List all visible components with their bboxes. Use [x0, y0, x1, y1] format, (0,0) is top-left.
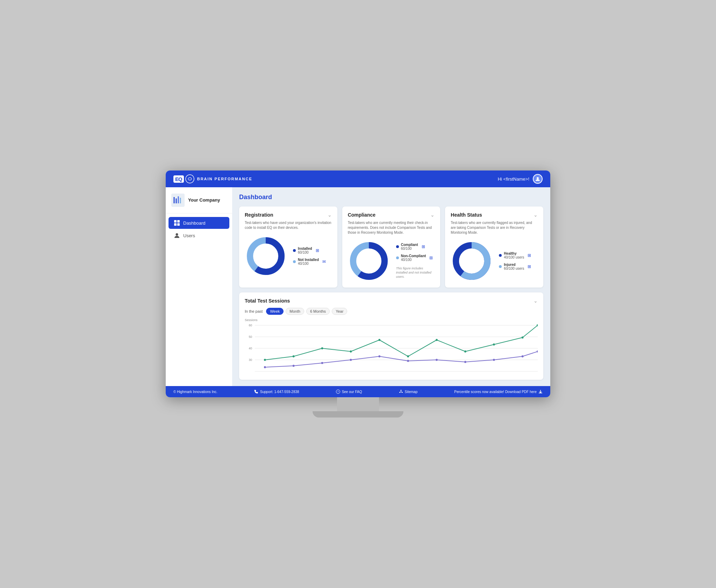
healthy-export-icon[interactable]: ⊞: [528, 253, 531, 258]
sidebar: Your Company Dashboard: [166, 187, 232, 386]
filter-6months[interactable]: 6 Months: [306, 308, 330, 315]
sidebar-item-dashboard[interactable]: Dashboard: [169, 217, 229, 229]
svg-point-36: [522, 336, 524, 339]
injured-export-icon[interactable]: ⊞: [528, 264, 531, 269]
installed-legend: Installed 60/100 ⊞: [293, 247, 326, 254]
svg-point-30: [350, 350, 352, 353]
non-compliant-dot: [396, 256, 399, 259]
non-compliant-value: 40/100: [401, 258, 426, 262]
svg-rect-8: [177, 220, 180, 223]
filter-month[interactable]: Month: [286, 308, 304, 315]
footer-download[interactable]: Percentile scores now available! Downloa…: [454, 390, 543, 394]
page-title: Dashboard: [239, 194, 543, 201]
svg-point-35: [493, 343, 495, 346]
footer-support[interactable]: Support: 1-647-559-2838: [254, 390, 299, 394]
footer-sitemap[interactable]: Sitemap: [399, 390, 418, 394]
injured-dot: [499, 265, 502, 268]
compliance-header: Compliance ⌄: [348, 212, 435, 218]
filter-week[interactable]: Week: [266, 308, 284, 315]
support-text: Support: 1-647-559-2838: [260, 390, 299, 394]
company-name: Your Company: [188, 197, 220, 203]
registration-card: Registration ⌄ Test-takers who have used…: [239, 206, 337, 288]
installed-export-icon[interactable]: ⊞: [316, 248, 319, 253]
not-installed-export-icon[interactable]: ✉: [322, 259, 326, 264]
user-avatar[interactable]: [533, 174, 543, 184]
not-installed-label: Not Installed: [298, 258, 319, 262]
phone-icon: [254, 390, 258, 394]
faq-text: See our FAQ: [342, 390, 362, 394]
health-title: Health Status: [451, 212, 482, 218]
svg-rect-10: [177, 223, 180, 226]
sitemap-icon: [399, 390, 403, 394]
registration-body: Installed 60/100 ⊞ Not Installed: [245, 235, 332, 277]
svg-point-11: [176, 233, 178, 236]
installed-label: Installed: [298, 247, 312, 251]
non-compliant-label: Non-Compliant: [401, 254, 426, 258]
sitemap-text: Sitemap: [405, 390, 418, 394]
sessions-header: Total Test Sessions ⌄: [245, 298, 538, 304]
svg-point-0: [186, 175, 194, 183]
svg-point-47: [522, 355, 524, 357]
svg-point-31: [378, 339, 380, 341]
svg-point-40: [321, 362, 323, 364]
compliance-title: Compliance: [348, 212, 375, 218]
svg-point-32: [407, 355, 409, 357]
compliance-legend: Compliant 60/100 ⊞ Non-Compliant: [396, 243, 435, 279]
healthy-value: 40/100 users: [504, 255, 524, 259]
top-navigation: EQ BRAIN PERFORMANCE Hi <firstName>!: [166, 170, 550, 187]
svg-point-48: [537, 350, 538, 353]
footer-faq[interactable]: ? See our FAQ: [336, 390, 362, 394]
faq-icon: ?: [336, 390, 340, 394]
svg-point-27: [264, 359, 266, 361]
health-desc: Test-takers who are currently flagged as…: [451, 220, 538, 235]
svg-rect-51: [400, 390, 401, 391]
registration-desc: Test-takers who have used your organizat…: [245, 220, 332, 230]
installed-value: 60/100: [298, 251, 312, 254]
compliance-chevron[interactable]: ⌄: [430, 212, 435, 218]
sessions-card: Total Test Sessions ⌄ In the past Week M…: [239, 292, 543, 380]
svg-point-1: [537, 177, 539, 179]
avatar-icon: [535, 176, 540, 182]
footer: © Highmark Innovations Inc. Support: 1-6…: [166, 386, 550, 397]
svg-point-34: [464, 350, 466, 353]
svg-point-33: [436, 339, 438, 341]
content-area: Dashboard Registration ⌄ Test-takers who…: [232, 187, 550, 386]
healthy-legend: Healthy 40/100 users ⊞: [499, 252, 531, 259]
sidebar-item-users[interactable]: Users: [169, 230, 229, 241]
non-compliant-export-icon[interactable]: ⊞: [429, 255, 433, 260]
compliance-donut: [348, 240, 390, 282]
compliant-export-icon[interactable]: ⊞: [422, 244, 425, 249]
sessions-chevron[interactable]: ⌄: [534, 298, 538, 304]
filter-year[interactable]: Year: [332, 308, 347, 315]
dashboard-icon: [174, 220, 180, 226]
sessions-chart: 60 50 40 30: [245, 318, 538, 374]
svg-text:60: 60: [249, 324, 252, 327]
registration-chevron[interactable]: ⌄: [328, 212, 332, 218]
svg-point-42: [378, 355, 380, 357]
installed-dot: [293, 249, 296, 252]
svg-point-29: [321, 347, 323, 349]
health-status-card: Health Status ⌄ Test-takers who are curr…: [445, 206, 543, 288]
not-installed-legend: Not Installed 40/100 ✉: [293, 258, 326, 266]
compliant-legend: Compliant 60/100 ⊞: [396, 243, 435, 251]
copyright-text: © Highmark Innovations Inc.: [173, 390, 217, 394]
filter-label: In the past: [245, 309, 263, 313]
non-compliant-legend: Non-Compliant 40/100 ⊞: [396, 254, 435, 262]
compliance-card: Compliance ⌄ Test-takers who are current…: [342, 206, 441, 288]
not-installed-dot: [293, 260, 296, 263]
logo-badge: EQ: [173, 175, 184, 183]
brain-icon: [185, 174, 194, 183]
svg-point-38: [264, 366, 266, 368]
not-installed-value: 40/100: [298, 262, 319, 266]
download-text: Percentile scores now available! Downloa…: [454, 390, 537, 394]
main-layout: Your Company Dashboard: [166, 187, 550, 386]
monitor-stand-neck: [337, 397, 379, 411]
registration-header: Registration ⌄: [245, 212, 332, 218]
compliant-value: 60/100: [401, 247, 418, 251]
health-donut: [451, 240, 493, 282]
registration-legend: Installed 60/100 ⊞ Not Installed: [293, 247, 326, 266]
health-chevron[interactable]: ⌄: [534, 212, 538, 218]
logo-text: BRAIN PERFORMANCE: [197, 177, 252, 181]
svg-point-28: [293, 355, 295, 357]
svg-point-46: [493, 359, 495, 361]
